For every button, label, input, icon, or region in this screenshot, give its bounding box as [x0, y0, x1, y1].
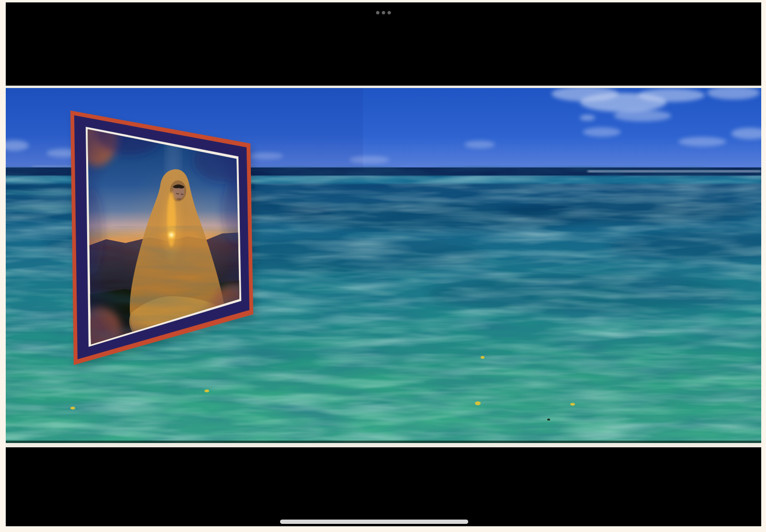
ocean-panorama-photo[interactable] — [6, 86, 761, 447]
home-indicator[interactable] — [280, 520, 468, 524]
ellipsis-dot — [382, 11, 385, 14]
ocean-scene — [6, 88, 761, 443]
ellipsis-dot — [388, 11, 391, 14]
ellipsis-dot — [376, 11, 380, 14]
multitasking-indicator-icon[interactable] — [376, 11, 391, 14]
video-player-surface[interactable] — [6, 2, 761, 526]
